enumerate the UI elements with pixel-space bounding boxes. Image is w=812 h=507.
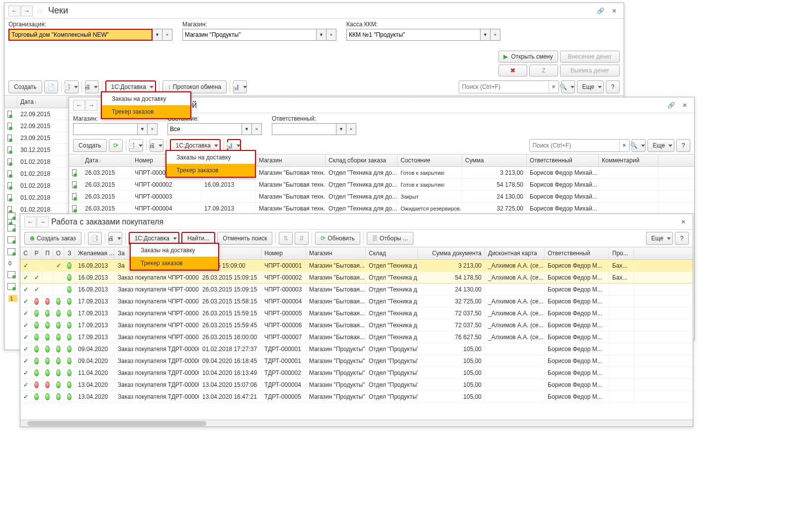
store-input[interactable]: [73, 123, 138, 135]
action-1-button[interactable]: 📑: [65, 80, 79, 93]
copy-button[interactable]: 📑: [88, 232, 102, 245]
document-icon: [7, 224, 15, 231]
refresh-button[interactable]: ⟳: [109, 139, 123, 152]
table-row[interactable]: ✓ 13.04.2020Заказ покупателя ТДРТ-00000.…: [20, 379, 693, 391]
help-button[interactable]: ?: [675, 232, 689, 245]
filters-button[interactable]: ☰Отборы ...: [367, 232, 413, 245]
search-clear-button[interactable]: ×: [549, 81, 559, 93]
menu-item-delivery-orders[interactable]: Заказы на доставку: [131, 244, 218, 257]
status-dot-green: [56, 322, 61, 329]
status-dot-green: [45, 393, 50, 400]
favorite-icon[interactable]: ☆: [36, 6, 43, 15]
store-input[interactable]: [182, 29, 317, 41]
org-clear-button[interactable]: ×: [162, 29, 172, 41]
sort-desc-button[interactable]: ⇵: [295, 232, 309, 245]
search-button[interactable]: 🔍: [632, 139, 646, 152]
export-button[interactable]: 📊: [233, 80, 247, 93]
close-icon[interactable]: ✕: [609, 6, 620, 16]
open-shift-button[interactable]: ▶Открыть смену: [498, 51, 558, 63]
table-row[interactable]: ✓ 17.09.2013Заказ покупателя ЧПРТ-00000.…: [20, 307, 693, 319]
state-clear-button[interactable]: ×: [252, 123, 262, 135]
search-clear-button[interactable]: ×: [619, 140, 629, 151]
table-row[interactable]: 26.03.2015ЧПРТ-00000417.09.2013 Магазин …: [69, 203, 694, 215]
table-row[interactable]: 26.03.2015ЧПРТ-000003 Магазин "Бытовая т…: [69, 191, 694, 203]
action-button[interactable]: 📑: [129, 139, 143, 152]
nav-back-button[interactable]: ←: [24, 217, 36, 227]
search-input[interactable]: [459, 81, 549, 93]
kassa-clear-button[interactable]: ×: [490, 29, 500, 41]
close-shift-x-button[interactable]: ✖: [498, 65, 527, 76]
menu-item-order-tracker[interactable]: Трекер заказов: [166, 164, 255, 177]
withdraw-button[interactable]: Выемка денег: [560, 65, 620, 76]
print-button[interactable]: 🖨: [85, 80, 99, 93]
nav-forward-button[interactable]: →: [37, 217, 49, 227]
table-row[interactable]: ✓ 13.04.2020Заказ покупателя ТДРТ-00000.…: [20, 391, 693, 403]
sort-asc-button[interactable]: ⇅: [279, 232, 293, 245]
search-button[interactable]: 🔍: [561, 80, 575, 93]
kassa-input[interactable]: [346, 29, 481, 41]
search-input[interactable]: [530, 140, 619, 151]
store-clear-button[interactable]: ×: [326, 29, 336, 41]
check-icon: ✓: [23, 346, 28, 353]
create-button[interactable]: Создать: [73, 139, 107, 152]
kassa-label: Касса ККМ:: [346, 21, 500, 28]
close-shift-z-button[interactable]: Z: [529, 65, 558, 76]
nav-forward-button[interactable]: →: [85, 100, 97, 111]
horizontal-scrollbar[interactable]: [20, 420, 693, 427]
document-icon: [7, 206, 12, 213]
resp-input[interactable]: [272, 123, 336, 135]
help-button[interactable]: ?: [606, 80, 620, 93]
grid-header: Дата↓ Номер жи Магазин Склад сборки зака…: [69, 154, 694, 167]
table-row[interactable]: ✓ 09.04.2020Заказ покупателя ТДРТ-00000.…: [20, 355, 693, 367]
document-icon: [7, 271, 15, 278]
more-button[interactable]: Еще: [646, 232, 673, 245]
status-dot-green: [45, 322, 50, 329]
menu-item-delivery-orders[interactable]: Заказы на доставку: [102, 92, 190, 105]
nav-back-button[interactable]: ←: [73, 100, 85, 111]
nav-forward-button[interactable]: →: [21, 5, 33, 16]
table-row[interactable]: 26.03.2015ЧПРТ-0000 Магазин "Бытовая тех…: [69, 167, 694, 179]
resp-clear-button[interactable]: ×: [346, 123, 356, 135]
create-order-button[interactable]: ⊕Создать заказ: [24, 232, 81, 245]
kassa-dropdown-button[interactable]: ▼: [481, 29, 490, 41]
table-row[interactable]: ✓ 17.09.2013Заказ покупателя ЧПРТ-00000.…: [20, 331, 693, 343]
org-dropdown-button[interactable]: ▼: [153, 29, 162, 41]
nav-back-button[interactable]: ←: [8, 5, 20, 16]
table-row[interactable]: ✓ 11.04.2020Заказ покупателя ТДРТ-00000.…: [20, 367, 693, 379]
close-icon[interactable]: ✕: [678, 217, 689, 227]
table-row[interactable]: ✓✓ 16.09.2013Заказ покупателя ЧПРТ-00000…: [20, 272, 693, 284]
state-input[interactable]: [167, 123, 242, 135]
menu-item-order-tracker[interactable]: Трекер заказов: [131, 257, 218, 270]
org-input[interactable]: [8, 29, 153, 41]
more-button[interactable]: Еще: [577, 80, 604, 93]
deposit-button[interactable]: Внесение денег: [560, 51, 620, 63]
create-button[interactable]: Создать: [8, 80, 42, 93]
row-marker: 0: [8, 260, 17, 266]
copy-button[interactable]: 📄: [44, 80, 58, 93]
link-icon[interactable]: 🔗: [595, 6, 606, 16]
store-dropdown-button[interactable]: ▼: [138, 123, 148, 135]
table-row[interactable]: ✓✓ 16.09.2013Заказ покупателя ЧПРТ-00000…: [20, 284, 693, 295]
help-button[interactable]: ?: [676, 139, 690, 152]
table-row[interactable]: ✓ 09.04.2020Заказ покупателя ТДРТ-00000.…: [20, 343, 693, 355]
status-dot-green: [34, 334, 39, 341]
print-button[interactable]: 🖨: [150, 139, 163, 152]
close-icon[interactable]: ✕: [679, 100, 690, 110]
menu-item-order-tracker[interactable]: Трекер заказов: [102, 105, 190, 118]
store-dropdown-button[interactable]: ▼: [317, 29, 326, 41]
resp-dropdown-button[interactable]: ▼: [336, 123, 346, 135]
table-row[interactable]: ✓✓ 16.09.2013За3.2015 15:09:00 ЧПРТ-0000…: [20, 260, 693, 272]
table-row[interactable]: ✓ 17.09.2013Заказ покупателя ЧПРТ-00000.…: [20, 295, 693, 307]
status-dot-green: [34, 369, 39, 376]
refresh-button[interactable]: ⟳Обновить: [315, 232, 360, 245]
cancel-search-button[interactable]: Отменить поиск: [217, 232, 272, 245]
table-row[interactable]: 26.03.2015ЧПРТ-00000216.09.2013 Магазин …: [69, 179, 694, 191]
more-button[interactable]: Еще: [648, 139, 674, 152]
link-icon[interactable]: 🔗: [665, 100, 676, 110]
state-dropdown-button[interactable]: ▼: [242, 123, 252, 135]
menu-item-delivery-orders[interactable]: Заказы на доставку: [166, 151, 255, 164]
store-clear-button[interactable]: ×: [148, 123, 158, 135]
print-button[interactable]: 🖨: [108, 232, 122, 245]
table-row[interactable]: ✓ 17.09.2013Заказ покупателя ЧПРТ-00000.…: [20, 319, 693, 331]
status-dot-green: [34, 310, 39, 317]
